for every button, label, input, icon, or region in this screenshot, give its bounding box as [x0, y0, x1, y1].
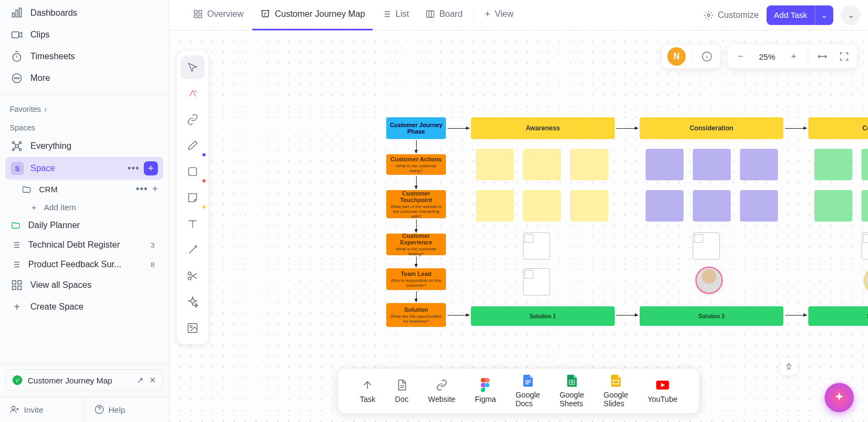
- image-placeholder[interactable]: [523, 232, 550, 260]
- image-placeholder[interactable]: [693, 232, 720, 260]
- insert-gsheets[interactable]: Google Sheets: [559, 374, 584, 408]
- tab-journey-map[interactable]: Customer Journey Map: [252, 0, 373, 30]
- tool-shape[interactable]: [181, 160, 205, 184]
- sidebar-timesheets[interactable]: Timesheets: [5, 46, 163, 67]
- sticky-note[interactable]: [570, 149, 608, 180]
- sticky-note[interactable]: [523, 149, 561, 180]
- sticky-note[interactable]: [693, 149, 731, 180]
- insert-gslides[interactable]: Google Slides: [604, 374, 628, 408]
- tool-sticky[interactable]: [181, 186, 205, 210]
- sticky-note[interactable]: [523, 190, 561, 222]
- team-lead-avatar[interactable]: [695, 267, 723, 294]
- tab-add-view[interactable]: + View: [477, 0, 521, 30]
- row-team-lead[interactable]: Team LeadWho is responsible on this cust…: [386, 268, 446, 290]
- insert-task[interactable]: Task: [360, 379, 375, 404]
- sidebar-dashboards[interactable]: Dashboards: [5, 2, 163, 24]
- row-solution[interactable]: SolutionWhat are the opportunities for b…: [386, 303, 446, 327]
- sidebar-list-tech-debt[interactable]: Technical Debt Register 3: [5, 235, 163, 255]
- row-touchpoint[interactable]: Customer TouchpointWhat part of the webs…: [386, 190, 446, 218]
- sticky-note[interactable]: [646, 190, 684, 222]
- help-link[interactable]: Help: [84, 397, 169, 422]
- canvas[interactable]: N − 25% + Customer Journey Phase Awarene…: [169, 30, 868, 422]
- insert-figma[interactable]: Figma: [475, 379, 496, 404]
- invite-link[interactable]: Invite: [0, 397, 84, 422]
- tool-select[interactable]: [181, 55, 205, 79]
- sidebar-add-item[interactable]: + Add item: [16, 199, 163, 216]
- favorites-header[interactable]: Favorites ›: [0, 98, 169, 117]
- sidebar-item-label: View all Spaces: [30, 280, 92, 290]
- tab-list[interactable]: List: [374, 0, 417, 30]
- diagram-header-phase[interactable]: Customer Journey Phase: [386, 117, 446, 139]
- chevron-down-button[interactable]: ⌄: [841, 5, 860, 25]
- row-experience[interactable]: Customer ExperienceWhat is the customer …: [386, 234, 446, 255]
- pin-button[interactable]: [780, 358, 797, 375]
- tool-text[interactable]: [181, 212, 205, 236]
- open-external-icon[interactable]: ↗: [137, 375, 144, 385]
- sticky-note[interactable]: [476, 190, 514, 222]
- solution-1[interactable]: Solution 1: [471, 306, 615, 326]
- tool-connector[interactable]: [181, 238, 205, 262]
- more-dots-icon[interactable]: •••: [136, 184, 148, 195]
- sidebar-space-active[interactable]: S Space ••• +: [5, 157, 163, 180]
- customize-label: Customize: [718, 10, 759, 20]
- add-icon[interactable]: +: [152, 184, 158, 195]
- tool-sparkle[interactable]: [181, 290, 205, 314]
- sidebar-clips[interactable]: Clips: [5, 24, 163, 46]
- svg-rect-24: [426, 11, 434, 17]
- sticky-note[interactable]: [476, 149, 514, 180]
- ai-fab-button[interactable]: [825, 383, 854, 412]
- phase-conversion[interactable]: Conversion: [808, 117, 868, 139]
- tool-image[interactable]: [181, 316, 205, 340]
- sidebar-more[interactable]: More: [5, 67, 163, 89]
- phase-consideration[interactable]: Consideration: [640, 117, 783, 139]
- sticky-note[interactable]: [740, 190, 778, 222]
- tab-overview[interactable]: Overview: [186, 0, 251, 30]
- fullscreen-button[interactable]: [834, 47, 854, 66]
- more-dots-icon[interactable]: •••: [127, 163, 139, 174]
- sticky-note[interactable]: [570, 190, 608, 222]
- solution-3[interactable]: Solution 3: [808, 306, 868, 326]
- main-area: Overview Customer Journey Map List Board…: [169, 0, 868, 422]
- zoom-in-button[interactable]: +: [784, 47, 803, 66]
- view-tabs: Overview Customer Journey Map List Board…: [169, 0, 868, 30]
- row-customer-actions[interactable]: Customer ActionsWhat is the customer doi…: [386, 154, 446, 175]
- insert-youtube[interactable]: YouTube: [648, 379, 678, 404]
- sidebar-view-all[interactable]: View all Spaces: [5, 274, 163, 296]
- sidebar-crm[interactable]: CRM ••• +: [16, 180, 163, 199]
- customize-button[interactable]: Customize: [704, 10, 759, 20]
- sidebar-list-daily[interactable]: Daily Planner: [5, 216, 163, 235]
- add-task-button[interactable]: Add Task ⌄: [767, 5, 833, 25]
- info-button[interactable]: [697, 47, 717, 66]
- add-to-space-button[interactable]: +: [144, 161, 158, 175]
- phase-awareness[interactable]: Awareness: [471, 117, 615, 139]
- user-avatar[interactable]: N: [667, 47, 686, 66]
- sticky-note[interactable]: [814, 149, 852, 180]
- sidebar-create-space[interactable]: + Create Space: [5, 296, 163, 318]
- insert-gdocs[interactable]: Google Docs: [515, 374, 540, 408]
- sticky-note[interactable]: [861, 149, 868, 180]
- image-placeholder[interactable]: [861, 232, 868, 260]
- open-doc-pill[interactable]: ✓ Customer Journey Map ↗ ✕: [5, 369, 163, 391]
- close-icon[interactable]: ✕: [149, 375, 156, 385]
- tool-pen[interactable]: [181, 134, 205, 158]
- sticky-note[interactable]: [740, 149, 778, 180]
- solution-2[interactable]: Solution 2: [640, 306, 783, 326]
- tab-board[interactable]: Board: [418, 0, 470, 30]
- image-placeholder[interactable]: [523, 268, 550, 295]
- tool-link[interactable]: [181, 108, 205, 131]
- zoom-out-button[interactable]: −: [731, 47, 750, 66]
- sidebar-everything[interactable]: Everything: [5, 135, 163, 157]
- spaces-label: Spaces: [10, 123, 35, 132]
- chevron-down-icon[interactable]: ⌄: [815, 5, 833, 25]
- tool-ai[interactable]: [181, 81, 205, 105]
- tool-cut[interactable]: [181, 264, 205, 288]
- sticky-note[interactable]: [814, 190, 852, 222]
- sticky-note[interactable]: [646, 149, 684, 180]
- fit-width-button[interactable]: [813, 47, 832, 66]
- network-icon: [11, 140, 23, 152]
- insert-website[interactable]: Website: [428, 379, 455, 404]
- sticky-note[interactable]: [861, 190, 868, 222]
- sticky-note[interactable]: [693, 190, 731, 222]
- insert-doc[interactable]: Doc: [395, 379, 409, 404]
- sidebar-list-feedback[interactable]: Product Feedback Sur... 8: [5, 255, 163, 274]
